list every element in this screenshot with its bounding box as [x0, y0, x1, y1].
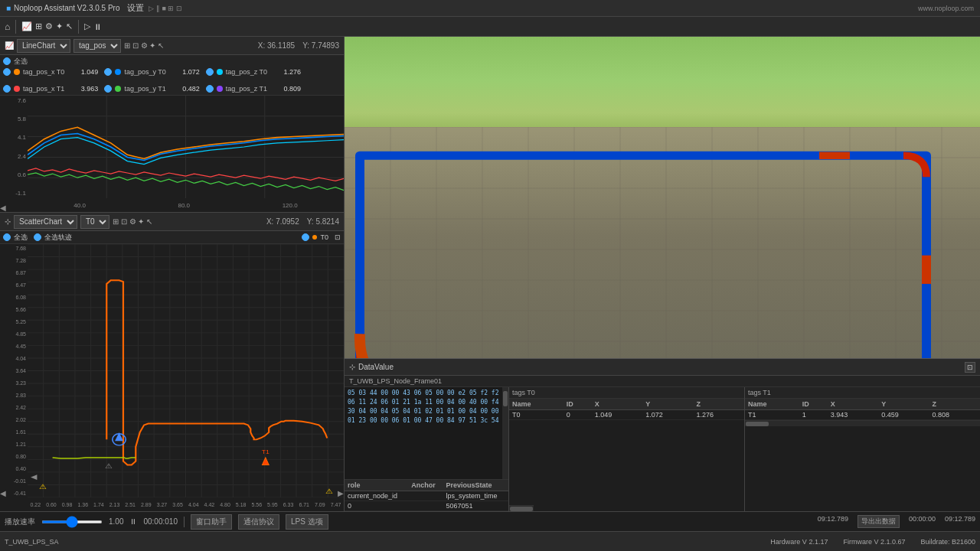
- t1-col-x: X: [828, 399, 878, 410]
- scatterchart-coord-y: Y: 5.8214: [307, 217, 339, 226]
- scatter-svg: ⚠ T1 ⚠ ⚠ ◀: [28, 244, 344, 497]
- data-panel-icon: ⊹: [349, 363, 355, 371]
- legend-check-4[interactable]: [104, 85, 112, 93]
- toolbar-icon-settings[interactable]: ⚙: [45, 21, 53, 31]
- play-time: 00:00:010: [143, 517, 178, 526]
- legend-check-0[interactable]: [3, 68, 11, 76]
- cell-anchor-1: [408, 501, 443, 511]
- node-label: T_UWB_LPS_SA: [5, 538, 59, 546]
- legend-value-3: 3.963: [67, 85, 98, 93]
- toolbar-icon-cursor[interactable]: ↖: [66, 21, 73, 31]
- legend-dot-4: [115, 86, 121, 92]
- t1-id: 1: [799, 410, 828, 420]
- hardware-label: Hardware V 2.1.17: [770, 538, 828, 546]
- t0-id: 0: [564, 410, 592, 420]
- legend-value-2: 1.276: [270, 68, 301, 76]
- toolbar: ⌂ 📈 ⊞ ⚙ ✦ ↖ ▷ ⏸: [0, 17, 980, 37]
- toolbar-icon-table[interactable]: ⊞: [35, 21, 42, 31]
- hex-panel: 05 03 44 00 00 43 06 05 00 00 e2 05 f2 f…: [345, 387, 509, 511]
- toolbar-icon-home[interactable]: ⌂: [5, 21, 10, 32]
- scatter-scroll-left[interactable]: ◀: [0, 489, 6, 497]
- hex-scrollbar[interactable]: [502, 387, 508, 479]
- linechart-scroll-left[interactable]: ◀: [0, 204, 6, 212]
- scatter-dot-t0: [312, 235, 317, 240]
- data-panel-title: DataValue: [358, 363, 394, 371]
- legend-row-4: tag_pos_y T1 0.482: [104, 83, 199, 94]
- legend-label-4: tag_pos_y T1: [124, 85, 165, 93]
- scatter-scroll-right[interactable]: ▶: [338, 489, 344, 497]
- legend-check-2[interactable]: [206, 68, 214, 76]
- t1-col-id: ID: [799, 399, 828, 410]
- svg-text:⚠: ⚠: [325, 487, 333, 495]
- linechart-type-select[interactable]: LineChart: [17, 39, 70, 53]
- linechart-coord-x: X: 36.1185: [258, 41, 295, 50]
- comm-protocol-btn[interactable]: 通信协议: [238, 514, 279, 530]
- legend-label-0: tag_pos_x T0: [23, 68, 64, 76]
- scatter-check-all[interactable]: [3, 233, 11, 241]
- t0-y: 1.072: [642, 410, 693, 420]
- legend-dot-2: [217, 69, 223, 75]
- cell-prev-0: lps_system_time: [443, 491, 508, 501]
- t0-table-row: T0 0 1.049 1.072 1.276: [509, 410, 744, 420]
- speed-value: 1.00: [109, 517, 123, 526]
- export-btn[interactable]: 导出出数据: [858, 515, 900, 528]
- toolbar-icon-magic[interactable]: ✦: [56, 21, 63, 31]
- toolbar-icon-pause[interactable]: ⏸: [93, 22, 102, 31]
- buildrate-label: Buildrate: B21600: [920, 538, 975, 546]
- t1-scrollbar-thumb[interactable]: [746, 422, 769, 426]
- app-url: www.noploop.com: [918, 5, 974, 12]
- legend-value-4: 0.482: [169, 85, 200, 93]
- legend-check-1[interactable]: [104, 68, 112, 76]
- scatter-check-t0[interactable]: [302, 233, 309, 241]
- legend-label-1: tag_pos_y T0: [124, 68, 165, 76]
- legend-value-1: 1.072: [169, 68, 200, 76]
- scatter-t0-icon: ⊡: [335, 233, 341, 241]
- cell-role-0: current_node_id: [345, 491, 408, 501]
- t0-col-y: Y: [642, 399, 693, 410]
- scatterchart-coord-x: X: 7.0952: [266, 217, 299, 226]
- tags-t1-panel: tags T1 Name ID X Y Z T1: [745, 387, 980, 511]
- linechart-tag-select[interactable]: tag_pos: [74, 39, 121, 53]
- data-panel: ⊹ DataValue ⊡ T_UWB_LPS_Node_Frame01 05 …: [345, 358, 980, 511]
- legend-label-5: tag_pos_z T1: [226, 85, 267, 93]
- legend-dot-3: [14, 86, 20, 92]
- linechart-header: 📈 LineChart tag_pos ⊞ ⊡ ⚙ ✦ ↖ X: 36.1185…: [0, 37, 344, 55]
- app-title: Noploop Assistant V2.3.0.5 Pro: [14, 4, 119, 12]
- hex-scrollbar-thumb[interactable]: [503, 391, 508, 406]
- menu-settings[interactable]: 设置: [127, 2, 144, 14]
- scatterchart-tag-select[interactable]: T0: [80, 215, 109, 229]
- scatterchart-toolbar-icons: ⊞ ⊡ ⚙ ✦ ↖: [113, 217, 152, 226]
- data-panel-minimize[interactable]: ⊡: [965, 362, 975, 373]
- scatter-check-traj[interactable]: [34, 233, 41, 241]
- t1-x: 3.943: [828, 410, 878, 420]
- col-anchor: Anchor: [408, 480, 443, 491]
- legend-row-2: tag_pos_z T0 1.276: [206, 67, 301, 77]
- speed-slider[interactable]: [41, 520, 103, 523]
- t0-scrollbar[interactable]: [509, 505, 534, 511]
- linechart-svg: [28, 96, 344, 198]
- cell-prev-1: 5067051: [443, 501, 508, 511]
- linechart-y-axis: 7.65.84.12.40.6-1.1: [0, 96, 28, 198]
- legend-dot-5: [217, 86, 223, 92]
- scatter-label-all: 全选: [14, 233, 28, 243]
- tags-t0-header: tags T0: [509, 387, 744, 399]
- legend-check-all[interactable]: [3, 57, 11, 65]
- t0-col-name: Name: [509, 399, 564, 410]
- toolbar-icon-chart[interactable]: 📈: [21, 21, 32, 31]
- window-assistant-btn[interactable]: 窗口助手: [191, 514, 232, 530]
- legend-check-3[interactable]: [3, 85, 11, 93]
- icons-row: ▷ ‖ ■ ⊞ ⊡: [149, 5, 181, 12]
- toolbar-icon-play[interactable]: ▷: [84, 21, 90, 31]
- legend-check-5[interactable]: [206, 85, 214, 93]
- scatterchart-type-select[interactable]: ScatterChart: [14, 215, 77, 229]
- table-row: current_node_id lps_system_time: [345, 491, 508, 501]
- scatter-x-axis: 0.220.600.981.361.742.132.512.893.273.65…: [28, 497, 344, 511]
- lps-options-btn[interactable]: LPS 选项: [286, 514, 328, 530]
- t1-col-y: Y: [878, 399, 929, 410]
- play-icon[interactable]: ⏸: [129, 517, 137, 526]
- legend-row-5: tag_pos_z T1 0.809: [206, 83, 301, 94]
- svg-text:◀: ◀: [31, 473, 38, 481]
- t1-z: 0.808: [929, 410, 980, 420]
- t1-scrollbar[interactable]: [745, 420, 980, 426]
- t1-col-name: Name: [745, 399, 799, 410]
